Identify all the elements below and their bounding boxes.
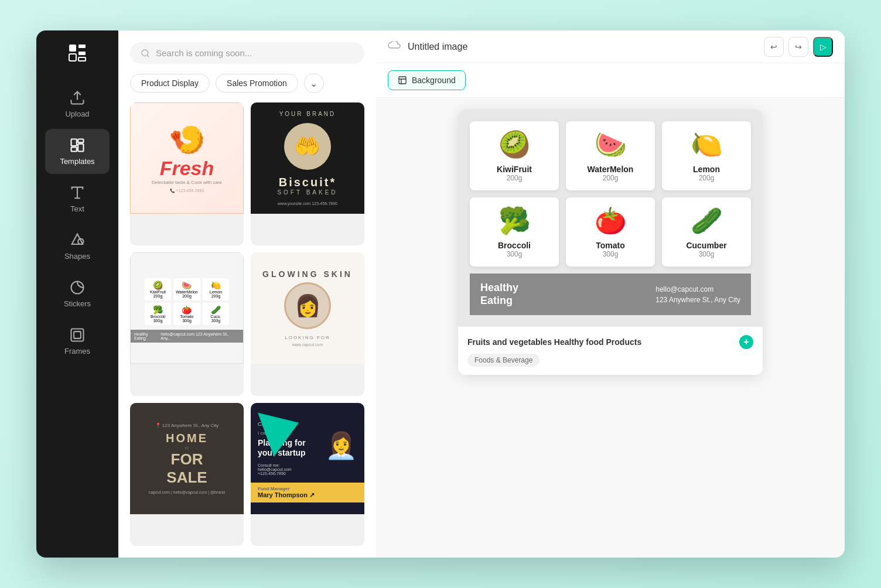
filter-chip-product-display[interactable]: Product Display xyxy=(130,74,210,93)
kiwi-weight: 200g xyxy=(476,174,553,182)
lemon-name: Lemon xyxy=(668,165,745,174)
sidebar-item-stickers-label: Stickers xyxy=(64,299,91,308)
canvas-footer: HealthyEating hello@capcut.com 123 Anywh… xyxy=(470,274,751,315)
svg-rect-4 xyxy=(78,57,86,61)
svg-point-16 xyxy=(142,50,148,56)
cucumber-name: Cucumber xyxy=(668,241,745,250)
tomato-emoji: 🍅 xyxy=(572,206,649,236)
template-card-fresh[interactable]: 🍤 Fresh Delectable taste & Cook with car… xyxy=(130,102,244,245)
svg-rect-9 xyxy=(78,144,83,152)
filter-chip-sales-promotion[interactable]: Sales Promotion xyxy=(216,74,298,93)
fruit-grid-bottom: 🥦 Broccoli 300g 🍅 Tomato 300g 🥒 Cucumber xyxy=(470,197,751,266)
sidebar-item-stickers[interactable]: Stickers xyxy=(45,271,110,316)
footer-email: hello@capcut.com xyxy=(655,284,740,295)
background-toolbar: Background xyxy=(376,63,845,98)
fruit-item-watermelon: 🍉 WaterMelon 200g xyxy=(566,121,655,190)
export-button[interactable]: ▷ xyxy=(813,37,833,57)
sidebar-item-frames[interactable]: Frames xyxy=(45,319,110,364)
tomato-name: Tomato xyxy=(572,241,649,250)
canvas-info-title-text: Fruits and vegetables Healthy food Produ… xyxy=(467,337,641,347)
sidebar-item-shapes[interactable]: Shapes xyxy=(45,224,110,269)
sidebar-item-frames-label: Frames xyxy=(64,347,90,355)
kiwi-name: KiwiFruit xyxy=(476,165,553,174)
category-tag: Foods & Beverage xyxy=(467,354,539,367)
app-container: Upload Templates Text Shap xyxy=(36,30,845,558)
lemon-emoji: 🍋 xyxy=(668,129,745,160)
sidebar-item-text-label: Text xyxy=(70,204,84,213)
canvas-area: 🥝 KiwiFruit 200g 🍉 WaterMelon 200g 🍋 Lem… xyxy=(376,98,845,558)
sidebar-item-templates-label: Templates xyxy=(60,157,94,166)
app-logo xyxy=(67,42,88,67)
template-card-home-for-sale[interactable]: 📍 123 Anywhere St., Any City HOME ⚏ FOR … xyxy=(130,403,244,546)
right-header: Untitled image ↩ ↪ ▷ xyxy=(376,30,845,63)
broccoli-weight: 300g xyxy=(476,250,553,258)
fruit-grid-top: 🥝 KiwiFruit 200g 🍉 WaterMelon 200g 🍋 Lem… xyxy=(470,121,751,190)
watermelon-emoji: 🍉 xyxy=(572,129,649,160)
canvas-card: 🥝 KiwiFruit 200g 🍉 WaterMelon 200g 🍋 Lem… xyxy=(458,110,763,375)
right-panel: Untitled image ↩ ↪ ▷ Background xyxy=(376,30,845,558)
add-button[interactable]: + xyxy=(739,335,753,349)
sidebar-item-upload-label: Upload xyxy=(65,110,89,118)
svg-rect-0 xyxy=(69,45,76,52)
header-left: Untitled image xyxy=(388,40,467,53)
svg-rect-3 xyxy=(78,52,86,55)
watermelon-weight: 200g xyxy=(572,174,649,182)
search-bar[interactable]: Search is coming soon... xyxy=(130,42,364,64)
template-card-glowing-skin[interactable]: GLOWING SKIN 👩 LOOKING FOR www.capcut.co… xyxy=(251,252,364,395)
cucumber-weight: 300g xyxy=(668,250,745,258)
sidebar-item-templates[interactable]: Templates xyxy=(45,129,110,174)
filter-more-button[interactable]: ⌄ xyxy=(304,73,324,93)
broccoli-emoji: 🥦 xyxy=(476,206,553,236)
cloud-icon xyxy=(388,40,401,53)
svg-rect-6 xyxy=(71,139,77,146)
footer-brand: HealthyEating xyxy=(480,282,518,307)
broccoli-name: Broccoli xyxy=(476,241,553,250)
chevron-down-icon: ⌄ xyxy=(310,78,317,89)
cucumber-emoji: 🥒 xyxy=(668,206,745,236)
lemon-weight: 200g xyxy=(668,174,745,182)
templates-grid: 🍤 Fresh Delectable taste & Cook with car… xyxy=(130,102,364,546)
footer-contact: hello@capcut.com 123 Anywhere St., Any C… xyxy=(655,284,740,305)
canvas-info: Fruits and vegetables Healthy food Produ… xyxy=(458,327,763,375)
undo-button[interactable]: ↩ xyxy=(764,37,784,57)
sidebar: Upload Templates Text Shap xyxy=(36,30,118,558)
sidebar-item-shapes-label: Shapes xyxy=(64,252,90,261)
filter-row: Product Display Sales Promotion ⌄ xyxy=(130,73,364,93)
fruit-item-kiwi: 🥝 KiwiFruit 200g xyxy=(470,121,559,190)
svg-rect-15 xyxy=(74,331,81,339)
sidebar-item-upload[interactable]: Upload xyxy=(45,81,110,127)
svg-rect-17 xyxy=(399,77,406,84)
canvas-preview: 🥝 KiwiFruit 200g 🍉 WaterMelon 200g 🍋 Lem… xyxy=(458,110,763,327)
canvas-info-title-row: Fruits and vegetables Healthy food Produ… xyxy=(467,335,753,349)
tomato-weight: 300g xyxy=(572,250,649,258)
header-actions: ↩ ↪ ▷ xyxy=(764,37,833,57)
left-panel: Search is coming soon... Product Display… xyxy=(118,30,376,558)
fruit-item-tomato: 🍅 Tomato 300g xyxy=(566,197,655,266)
fruit-item-broccoli: 🥦 Broccoli 300g xyxy=(470,197,559,266)
redo-button[interactable]: ↪ xyxy=(788,37,808,57)
background-button[interactable]: Background xyxy=(388,70,466,90)
fruit-item-lemon: 🍋 Lemon 200g xyxy=(662,121,751,190)
svg-rect-8 xyxy=(71,148,77,152)
svg-rect-2 xyxy=(69,54,76,61)
svg-rect-14 xyxy=(71,329,84,341)
search-placeholder: Search is coming soon... xyxy=(156,48,252,58)
fruit-item-cucumber: 🥒 Cucumber 300g xyxy=(662,197,751,266)
footer-address: 123 Anywhere St., Any City xyxy=(655,295,740,305)
watermelon-name: WaterMelon xyxy=(572,165,649,174)
search-icon xyxy=(141,49,150,58)
template-card-healthy-eating-mini[interactable]: 🥝KiwiFruit200g 🍉WaterMelon200g 🍋Lemon200… xyxy=(130,252,244,395)
doc-title: Untitled image xyxy=(408,42,467,52)
sidebar-item-text[interactable]: Text xyxy=(45,176,110,221)
svg-rect-1 xyxy=(78,45,86,48)
background-icon xyxy=(398,76,407,85)
svg-rect-7 xyxy=(78,139,83,143)
kiwi-emoji: 🥝 xyxy=(476,129,553,160)
template-card-biscuit[interactable]: YOUR BRAND 🤲 Biscuit* SOFT BAKED www.you… xyxy=(251,102,364,245)
background-button-label: Background xyxy=(412,76,456,85)
